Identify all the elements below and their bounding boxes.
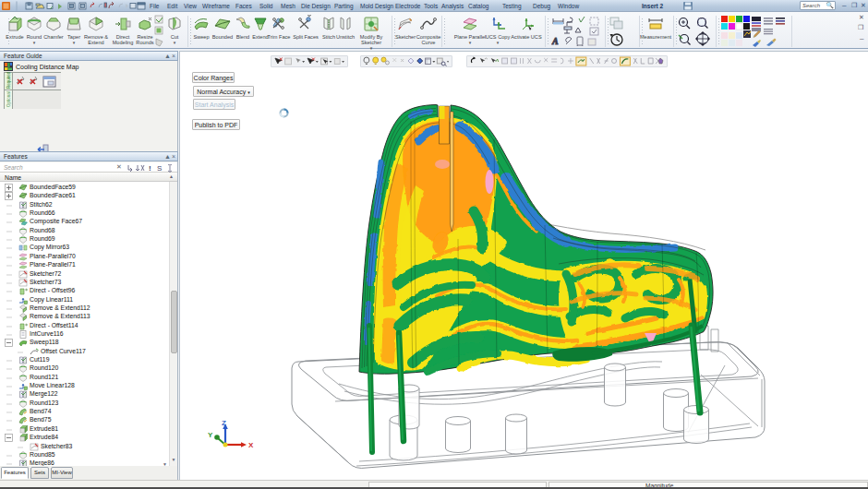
svg-text:A: A [551, 36, 559, 46]
svg-text:S: S [157, 164, 162, 173]
svg-text:!: ! [149, 164, 151, 173]
